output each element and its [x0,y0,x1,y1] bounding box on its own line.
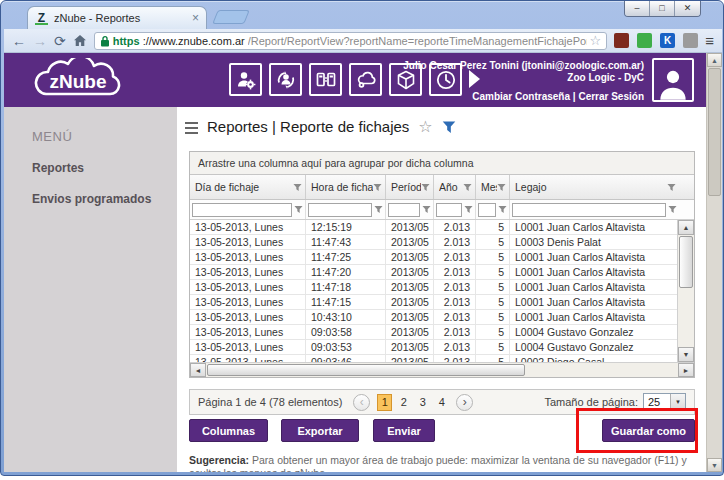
column-filter-icon[interactable] [667,183,676,192]
table-row[interactable]: 13-05-2013, Lunes11:47:182013/052.0135L0… [190,280,679,295]
app-header: zNube Julio Cesar Perez Tonini (jtonini@… [4,53,706,107]
maximize-button[interactable]: □ [650,1,675,16]
scroll-right-icon[interactable]: ► [678,363,694,377]
table-cell: 5 [476,235,510,249]
table-row[interactable]: 13-05-2013, Lunes09:03:532013/052.0135L0… [190,340,679,355]
enviar-button[interactable]: Enviar [373,419,435,442]
tab-close-icon[interactable]: × [192,12,199,24]
annotation-highlight-box [576,408,698,453]
znube-logo[interactable]: zNube [24,58,136,106]
next-page-button[interactable]: › [456,394,473,411]
reload-icon[interactable]: ⟳ [54,34,66,48]
table-row[interactable]: 13-05-2013, Lunes11:47:152013/052.0135L0… [190,295,679,310]
table-cell: 2013/05 [386,310,434,324]
scroll-left-icon[interactable]: ◄ [190,363,206,377]
home-icon[interactable] [73,34,87,47]
page-scrollbar[interactable]: ▲ ▼ [706,53,722,472]
table-row[interactable]: 13-05-2013, Lunes09:03:462013/052.0135L0… [190,355,679,362]
filter-funnel-button-3[interactable] [422,205,431,214]
table-cell: 13-05-2013, Lunes [190,265,306,279]
column-filter-icon[interactable] [463,183,472,192]
table-row[interactable]: 13-05-2013, Lunes09:03:582013/052.0135L0… [190,325,679,340]
avatar[interactable] [652,58,694,102]
favorite-star-icon[interactable]: ☆ [418,119,432,135]
table-row[interactable]: 13-05-2013, Lunes10:43:102013/052.0135L0… [190,310,679,325]
table-row[interactable]: 13-05-2013, Lunes11:47:252013/052.0135L0… [190,250,679,265]
sidebar-title: MENÚ [32,129,177,144]
filter-input-6[interactable] [512,203,666,217]
change-password-link[interactable]: Cambiar Contraseña [472,91,570,102]
new-tab-button[interactable] [212,10,250,24]
extension-keeper-icon[interactable]: K [660,33,675,48]
page-title-row: Reportes | Reporte de fichajes ☆ [185,118,456,135]
table-cell: 13-05-2013, Lunes [190,220,306,234]
collapse-menu-icon[interactable] [185,122,198,134]
column-header-3[interactable]: Período [386,175,434,199]
columnas-button[interactable]: Columnas [189,419,268,442]
table-row[interactable]: 13-05-2013, Lunes11:47:202013/052.0135L0… [190,265,679,280]
column-header-6[interactable]: Legajo [510,175,679,199]
table-cell: 11:47:15 [306,295,386,309]
column-header-1[interactable]: Día de fichaje [190,175,306,199]
user-name: Julio Cesar Perez Tonini (jtonini@zoolog… [264,60,644,72]
page-scroll-thumb[interactable] [708,68,721,196]
logout-link[interactable]: Cerrar Sesión [578,91,644,102]
previous-page-button[interactable]: ‹ [353,394,370,411]
scroll-down-icon[interactable]: ▼ [678,347,694,362]
column-label: Año [439,181,463,193]
page-button-3[interactable]: 3 [415,394,430,411]
forward-icon[interactable]: → [33,34,47,48]
extension-gray-icon[interactable] [683,33,698,48]
filter-input-2[interactable] [308,203,372,217]
close-button[interactable]: ✕ [675,1,700,16]
suggestion-label: Sugerencia: [189,454,249,466]
table-row[interactable]: 13-05-2013, Lunes11:47:432013/052.0135L0… [190,235,679,250]
grid-horizontal-scrollbar[interactable]: ◄ ► [190,362,694,377]
page-button-2[interactable]: 2 [396,394,411,411]
scroll-up-icon[interactable]: ▲ [678,220,694,235]
browser-menu-icon[interactable]: ≡ [705,33,714,48]
table-cell: 5 [476,280,510,294]
column-header-4[interactable]: Año [434,175,476,199]
extension-green-icon[interactable] [637,33,652,48]
horizontal-scroll-thumb[interactable] [207,364,525,376]
title-bar[interactable]: Z zNube - Reportes × – □ ✕ [1,1,723,29]
filter-funnel-button-6[interactable] [668,205,677,214]
vertical-scroll-thumb[interactable] [679,236,693,288]
table-cell: L0001 Juan Carlos Altavista [510,310,679,324]
address-bar[interactable]: https ://www.znube.com.ar /Report/Report… [94,32,608,50]
column-filter-icon[interactable] [293,183,302,192]
bookmark-star-icon[interactable]: ☆ [590,34,602,47]
grid-vertical-scrollbar[interactable]: ▲ ▼ [677,220,694,362]
page-button-4[interactable]: 4 [434,394,449,411]
column-filter-icon[interactable] [421,183,430,192]
group-drop-zone[interactable]: Arrastre una columna aquí para agrupar p… [190,152,694,175]
page-button-1[interactable]: 1 [377,394,392,411]
table-row[interactable]: 13-05-2013, Lunes12:15:192013/052.0135L0… [190,220,679,235]
column-header-5[interactable]: Mes [476,175,510,199]
sidebar-item-envios-programados[interactable]: Envios programados [32,192,177,206]
filter-funnel-button-1[interactable] [294,205,303,214]
padlock-icon [100,35,110,47]
sidebar-item-reportes[interactable]: Reportes [32,161,177,175]
column-filter-icon[interactable] [373,183,382,192]
filter-funnel-button-5[interactable] [498,205,507,214]
filter-funnel-button-2[interactable] [374,205,383,214]
filter-input-4[interactable] [436,203,462,217]
extension-red-icon[interactable] [614,33,629,48]
filter-input-1[interactable] [192,203,292,217]
exportar-button[interactable]: Exportar [281,419,359,442]
column-header-2[interactable]: Hora de fichaje [306,175,386,199]
minimize-button[interactable]: – [625,1,650,16]
filter-input-3[interactable] [388,203,420,217]
user-settings-icon[interactable] [229,63,262,96]
filter-input-5[interactable] [478,203,496,217]
back-icon[interactable]: ← [12,34,26,48]
filter-funnel-icon[interactable] [442,120,456,134]
page-scroll-up-icon[interactable]: ▲ [707,53,722,67]
filter-funnel-button-4[interactable] [464,205,473,214]
browser-tab[interactable]: Z zNube - Reportes × [27,6,207,29]
table-cell: L0004 Gustavo Gonzalez [510,340,679,354]
page-scroll-down-icon[interactable]: ▼ [707,458,722,472]
column-filter-icon[interactable] [497,183,506,192]
